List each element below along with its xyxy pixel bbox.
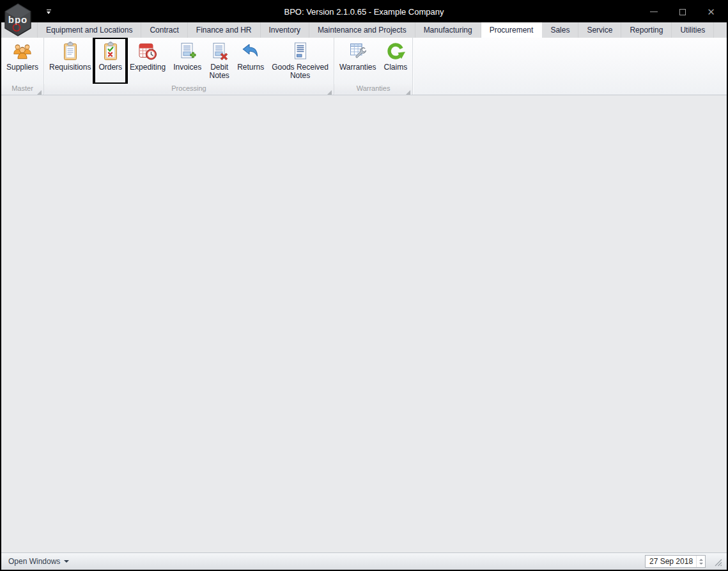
ribbon-button-returns[interactable]: Returns — [234, 39, 267, 82]
maximize-button[interactable] — [668, 1, 697, 22]
ribbon-group-processing: RequisitionsOrdersExpeditingInvoicesDebi… — [44, 38, 334, 95]
returns-icon — [240, 41, 261, 61]
ribbon-button-warranties[interactable]: Warranties — [336, 39, 380, 82]
ribbon-group-caption: Warranties — [334, 84, 412, 94]
tab-sales[interactable]: Sales — [542, 22, 578, 38]
date-value: 27 Sep 2018 — [646, 557, 696, 566]
ribbon-group-caption-label: Master — [12, 84, 33, 92]
ribbon-button-claims[interactable]: Claims — [381, 39, 411, 82]
ribbon-button-label: Suppliers — [6, 63, 38, 72]
minimize-button[interactable] — [639, 1, 668, 22]
dialog-launcher-icon[interactable] — [406, 88, 410, 92]
close-icon: ✕ — [707, 7, 715, 17]
ribbon-button-suppliers[interactable]: Suppliers — [3, 39, 42, 82]
open-windows-dropdown[interactable]: Open Windows — [6, 557, 72, 566]
window-title: BPO: Version 2.1.0.65 - Example Company — [1, 1, 727, 22]
suppliers-icon — [12, 41, 33, 61]
tab-maintenance-and-projects[interactable]: Maintenance and Projects — [309, 22, 415, 38]
ribbon-button-label: Goods Received Notes — [272, 63, 329, 80]
ribbon-button-orders[interactable]: Orders — [95, 39, 125, 82]
tab-strip: Equipment and LocationsContractFinance a… — [1, 22, 727, 38]
status-bar-right: 27 Sep 2018 — [645, 555, 722, 568]
warranties-icon — [348, 41, 368, 61]
ribbon-button-label: Expediting — [130, 63, 166, 72]
invoices-icon — [177, 41, 197, 61]
tab-contract[interactable]: Contract — [141, 22, 187, 38]
date-spinner — [696, 556, 705, 567]
dialog-launcher-icon[interactable] — [327, 88, 332, 92]
ribbon-group-caption-label: Processing — [171, 84, 206, 92]
app-logo: bpo — [3, 3, 33, 36]
tab-inventory[interactable]: Inventory — [261, 22, 309, 38]
window-controls: ✕ — [639, 1, 725, 22]
ribbon-button-requisitions[interactable]: Requisitions — [46, 39, 94, 82]
logo-text: bpo — [8, 14, 28, 25]
ribbon-group-caption-label: Warranties — [357, 84, 391, 92]
expediting-icon — [137, 41, 158, 61]
dialog-launcher-icon[interactable] — [37, 88, 42, 92]
open-windows-label: Open Windows — [8, 557, 60, 566]
main-content-area — [1, 95, 727, 552]
ribbon-button-invoices[interactable]: Invoices — [170, 39, 205, 82]
ribbon-button-label: Invoices — [173, 63, 201, 72]
resize-grip-icon[interactable] — [714, 558, 722, 566]
ribbon-button-label: Warranties — [339, 63, 376, 72]
tab-finance-and-hr[interactable]: Finance and HR — [188, 22, 261, 38]
tab-procurement[interactable]: Procurement — [481, 22, 543, 38]
goods-received-notes-icon — [290, 41, 311, 61]
spinner-down-icon[interactable] — [699, 563, 703, 565]
ribbon-button-label: Debit Notes — [209, 63, 229, 80]
ribbon-button-expediting[interactable]: Expediting — [127, 39, 169, 82]
ribbon-button-goods-received-notes[interactable]: Goods Received Notes — [268, 39, 332, 82]
app-window: BPO: Version 2.1.0.65 - Example Company … — [0, 0, 728, 571]
status-bar: Open Windows 27 Sep 2018 — [1, 552, 727, 570]
date-picker[interactable]: 27 Sep 2018 — [645, 555, 706, 568]
requisitions-icon — [60, 41, 81, 61]
debit-notes-icon — [209, 41, 229, 61]
ribbon-group-warranties: WarrantiesClaimsWarranties — [334, 38, 413, 95]
ribbon-group-master: SuppliersMaster — [1, 38, 44, 95]
tab-manufacturing[interactable]: Manufacturing — [415, 22, 481, 38]
spinner-up-icon[interactable] — [699, 559, 703, 561]
minimize-icon — [650, 12, 658, 12]
claims-icon — [385, 41, 406, 61]
tab-equipment-and-locations[interactable]: Equipment and Locations — [37, 22, 141, 38]
ribbon-button-label: Orders — [98, 63, 122, 72]
quick-access-dropdown-icon[interactable] — [45, 10, 52, 14]
ribbon-group-caption: Master — [1, 84, 43, 94]
ribbon-button-label: Requisitions — [49, 63, 91, 72]
orders-icon — [100, 41, 121, 61]
tab-reporting[interactable]: Reporting — [621, 22, 672, 38]
ribbon-group-caption: Processing — [44, 84, 334, 94]
maximize-icon — [679, 9, 686, 15]
tab-utilities[interactable]: Utilities — [672, 22, 714, 38]
ribbon-button-label: Claims — [384, 63, 408, 72]
ribbon-button-label: Returns — [237, 63, 264, 72]
chevron-down-icon — [64, 560, 69, 563]
title-bar: BPO: Version 2.1.0.65 - Example Company … — [1, 1, 727, 22]
tab-service[interactable]: Service — [578, 22, 621, 38]
ribbon-button-debit-notes[interactable]: Debit Notes — [206, 39, 233, 82]
close-button[interactable]: ✕ — [697, 1, 725, 22]
ribbon: SuppliersMasterRequisitionsOrdersExpedit… — [1, 38, 727, 95]
